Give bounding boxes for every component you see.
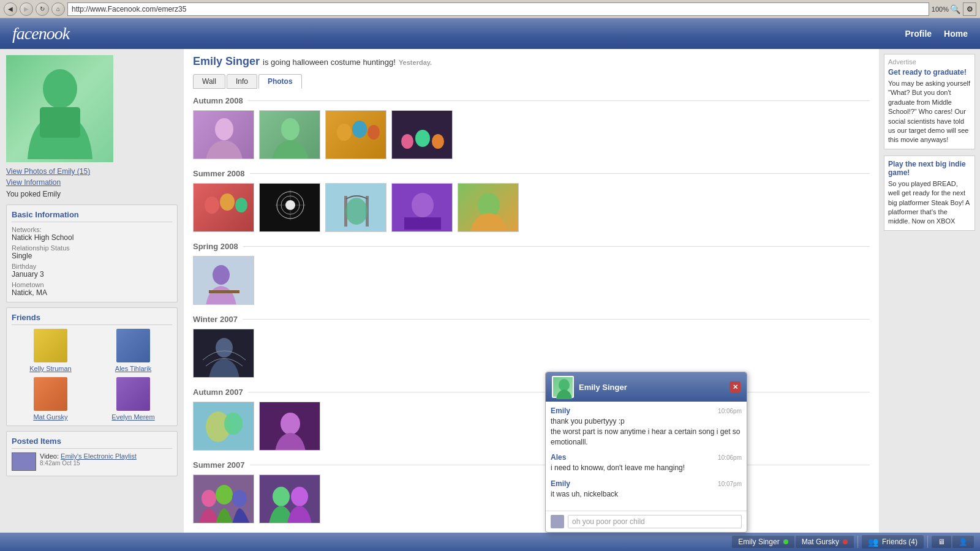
home-button[interactable]: ⌂ — [51, 2, 65, 16]
svg-point-5 — [352, 121, 367, 138]
friend-ales[interactable]: Ales Tihlarik — [94, 329, 172, 372]
svg-point-2 — [215, 118, 233, 140]
posted-items-section: Posted Items Video: Emily's Electronic P… — [6, 431, 178, 476]
photo-thumb[interactable] — [193, 183, 254, 232]
video-link[interactable]: Emily's Electronic Playlist — [61, 452, 137, 460]
chat-author-2: Emily — [551, 479, 570, 488]
section-title-autumn2008: Autumn 2008 — [193, 96, 870, 105]
chat-input[interactable] — [568, 515, 742, 528]
fb-logo[interactable]: facenook — [12, 24, 69, 43]
taskbar-mat-dot — [843, 539, 848, 544]
photo-grid-summer2007 — [193, 474, 870, 523]
video-label: Video: — [40, 452, 61, 460]
tab-info[interactable]: Info — [227, 74, 257, 89]
svg-point-9 — [415, 130, 430, 147]
basic-info-title: Basic Information — [12, 210, 172, 222]
taskbar-user[interactable]: 👤 — [952, 536, 974, 548]
photo-grid-summer2008 — [193, 183, 870, 232]
svg-point-6 — [368, 125, 380, 140]
photo-thumb[interactable] — [193, 256, 254, 305]
svg-point-35 — [224, 413, 243, 435]
zoom-in-icon[interactable]: 🔍 — [950, 4, 960, 14]
svg-rect-26 — [404, 217, 441, 230]
profile-link[interactable]: Profile — [905, 29, 932, 39]
tab-wall[interactable]: Wall — [193, 74, 225, 89]
view-photos-link[interactable]: View Photos of Emily (15) — [6, 167, 178, 176]
photo-section-summer2007: Summer 2007 — [193, 460, 870, 523]
friend-name-kelly: Kelly Struman — [12, 365, 89, 372]
friend-mat[interactable]: Mat Gursky — [12, 377, 89, 421]
zoom-area: 100% 🔍 — [932, 4, 960, 14]
photo-section-autumn2007: Autumn 2007 — [193, 388, 870, 451]
photo-thumb[interactable] — [259, 183, 320, 232]
friend-avatar-kelly — [34, 329, 67, 362]
section-title-summer2007: Summer 2007 — [193, 460, 870, 470]
browser-chrome: ◀ ▶ ↻ ⌂ 100% 🔍 ⚙ — [0, 0, 980, 18]
photo-thumb[interactable] — [391, 110, 453, 159]
friends-icon: 👥 — [868, 537, 878, 547]
friend-avatar-ales — [116, 329, 150, 362]
friends-section: Friends Kelly Struman Ales Tihlarik Mat … — [6, 307, 178, 426]
chat-message-1: Ales 10:06pm i need to knoww, don't leav… — [551, 453, 742, 473]
back-button[interactable]: ◀ — [4, 2, 17, 16]
ad-title-1[interactable]: Play the next big indie game! — [888, 160, 971, 177]
photo-thumb[interactable] — [193, 474, 254, 523]
photo-thumb[interactable] — [193, 110, 254, 159]
photo-thumb[interactable] — [193, 402, 254, 451]
ad-title-0[interactable]: Get ready to graduate! — [888, 68, 971, 77]
view-info-link[interactable]: View Information — [6, 178, 178, 187]
networks-label: Networks: — [12, 226, 172, 233]
ad-label-0: Advertise — [888, 58, 971, 66]
settings-button[interactable]: ⚙ — [963, 2, 976, 16]
svg-rect-30 — [209, 290, 239, 293]
photo-thumb[interactable] — [325, 183, 386, 232]
friend-evelyn[interactable]: Evelyn Merem — [94, 377, 172, 421]
taskbar-separator — [858, 536, 858, 548]
chat-name: Emily Singer — [579, 383, 627, 392]
photo-thumb[interactable] — [193, 329, 254, 378]
section-title-spring2008: Spring 2008 — [193, 242, 870, 251]
svg-point-12 — [220, 193, 235, 211]
taskbar-monitor[interactable]: 🖥 — [932, 536, 951, 548]
profile-photo[interactable] — [6, 55, 113, 162]
profile-name: Emily Singer is going halloween costume … — [193, 55, 432, 67]
chat-close-button[interactable]: ✕ — [729, 381, 741, 392]
svg-point-3 — [281, 118, 300, 140]
svg-point-8 — [401, 134, 413, 149]
address-bar[interactable] — [67, 2, 929, 16]
photo-thumb[interactable] — [259, 402, 320, 451]
fb-main: View Photos of Emily (15) View Informati… — [0, 49, 980, 533]
friend-kelly[interactable]: Kelly Struman — [12, 329, 89, 372]
you-poked-text: You poked Emily — [6, 190, 61, 198]
svg-point-0 — [43, 69, 77, 108]
friend-avatar-mat — [34, 377, 67, 411]
taskbar-friends-label: Friends (4) — [882, 538, 918, 546]
photo-thumb[interactable] — [325, 110, 386, 159]
taskbar-friends[interactable]: 👥 Friends (4) — [862, 535, 924, 549]
svg-point-10 — [432, 134, 444, 149]
taskbar-mat[interactable]: Mat Gursky — [796, 536, 854, 548]
forward-button[interactable]: ▶ — [20, 2, 33, 16]
taskbar: Emily Singer Mat Gursky 👥 Friends (4) 🖥 … — [0, 533, 980, 551]
video-thumbnail — [12, 452, 36, 471]
svg-point-32 — [216, 338, 233, 358]
photo-thumb[interactable] — [458, 183, 519, 232]
photo-thumb[interactable] — [391, 183, 453, 232]
tab-photos[interactable]: Photos — [258, 74, 302, 89]
svg-point-23 — [345, 198, 368, 225]
fb-header: facenook Profile Home — [0, 18, 980, 49]
ad-text-0: You may be asking yourself "What? But yo… — [888, 79, 971, 145]
photo-section-spring2008: Spring 2008 — [193, 242, 870, 305]
posted-items-title: Posted Items — [12, 437, 172, 449]
networks-value: Natick High School — [12, 233, 172, 242]
home-link[interactable]: Home — [944, 29, 968, 39]
header-nav: Profile Home — [905, 29, 968, 39]
photo-thumb[interactable] — [259, 110, 320, 159]
photo-thumb[interactable] — [259, 474, 320, 523]
photo-grid-autumn2008 — [193, 110, 870, 159]
chat-author-1: Ales — [551, 453, 566, 462]
left-sidebar: View Photos of Emily (15) View Informati… — [0, 49, 184, 533]
taskbar-emily-dot — [783, 539, 788, 544]
refresh-button[interactable]: ↻ — [36, 2, 49, 16]
taskbar-emily[interactable]: Emily Singer — [732, 536, 794, 548]
